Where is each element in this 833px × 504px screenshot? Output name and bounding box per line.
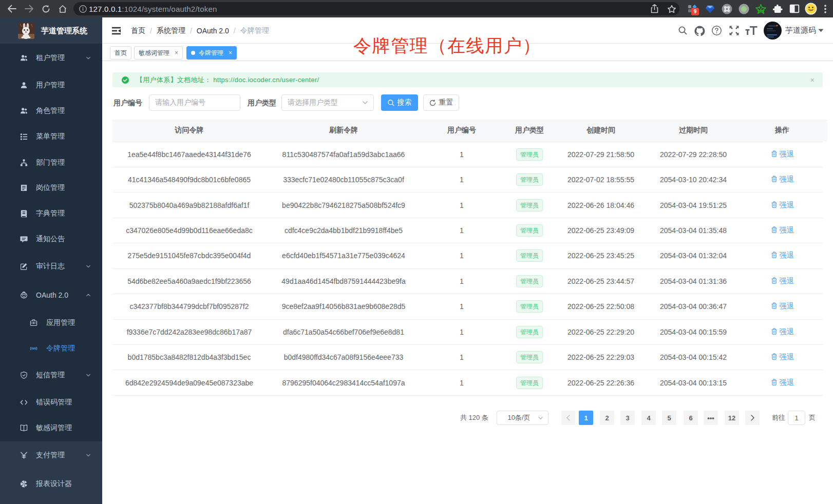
svg-text:M: M	[32, 346, 35, 350]
